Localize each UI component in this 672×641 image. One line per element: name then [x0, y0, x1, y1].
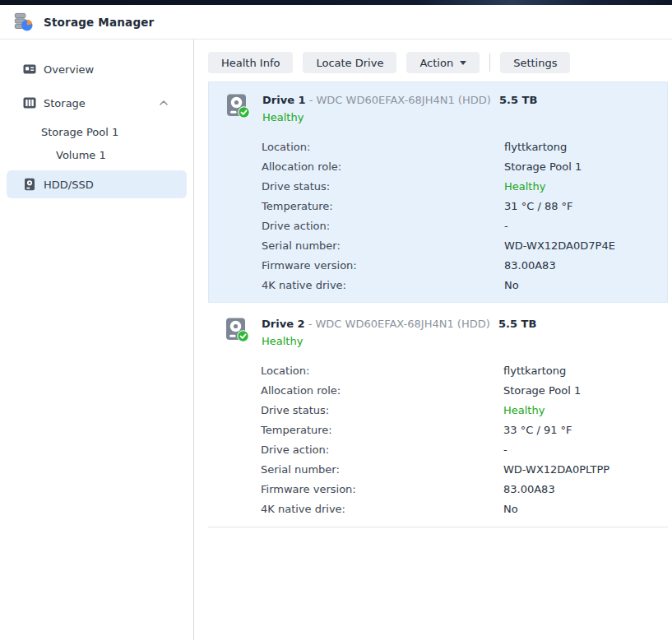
- detail-value: Storage Pool 1: [503, 384, 581, 397]
- detail-row-4k-native: 4K native drive: No: [209, 275, 667, 295]
- locate-drive-label: Locate Drive: [316, 57, 383, 69]
- detail-value: -: [503, 444, 507, 456]
- detail-row-temperature: Temperature: 31 °C / 88 °F: [209, 196, 667, 216]
- locate-drive-button[interactable]: Locate Drive: [303, 52, 396, 73]
- detail-label: Firmware version:: [262, 259, 504, 272]
- drive-icon: [225, 93, 250, 126]
- drive-health-status: Healthy: [262, 109, 537, 126]
- detail-row-firmware-version: Firmware version: 83.00A83: [209, 255, 667, 275]
- drive-size: 5.5 TB: [499, 94, 537, 106]
- detail-label: Serial number:: [262, 239, 504, 252]
- detail-row-serial-number: Serial number: WD-WX12DA0D7P4E: [209, 235, 667, 255]
- storage-icon: [23, 96, 36, 109]
- caret-down-icon: [460, 61, 466, 65]
- detail-label: Location:: [261, 365, 503, 377]
- app-header: Storage Manager: [0, 5, 672, 39]
- toolbar-divider: [489, 53, 490, 72]
- detail-row-location: Location: flyttkartong: [209, 137, 667, 156]
- detail-label: 4K native drive:: [262, 279, 504, 291]
- detail-label: Temperature:: [262, 200, 504, 212]
- sidebar-item-label: Volume 1: [56, 149, 106, 161]
- drive-header: Drive 2 - WDC WD60EFAX-68JH4N1 (HDD) 5.5…: [208, 317, 668, 350]
- detail-row-4k-native: 4K native drive: No: [208, 499, 668, 518]
- detail-value: flyttkartong: [504, 141, 567, 153]
- drive-details: Location: flyttkartong Allocation role: …: [209, 137, 667, 295]
- drive-model: - WDC WD60EFAX-68JH4N1 (HDD): [309, 94, 491, 106]
- detail-row-serial-number: Serial number: WD-WX12DA0PLTPP: [208, 459, 668, 479]
- detail-label: Temperature:: [261, 424, 503, 436]
- detail-row-firmware-version: Firmware version: 83.00A83: [208, 479, 668, 499]
- detail-label: Drive action:: [262, 220, 504, 232]
- sidebar-item-label: Storage: [44, 97, 86, 109]
- detail-value: flyttkartong: [503, 365, 566, 377]
- storage-manager-icon: [12, 11, 34, 33]
- drive-panel-1[interactable]: Drive 1 - WDC WD60EFAX-68JH4N1 (HDD) 5.5…: [208, 81, 668, 303]
- drive-name: Drive 2: [262, 318, 305, 330]
- drive-health-status: Healthy: [262, 333, 536, 350]
- detail-row-location: Location: flyttkartong: [208, 360, 668, 380]
- detail-label: Location:: [262, 141, 504, 153]
- detail-label: 4K native drive:: [261, 503, 503, 515]
- detail-value: No: [504, 279, 519, 291]
- detail-row-temperature: Temperature: 33 °C / 91 °F: [208, 420, 668, 439]
- detail-row-allocation-role: Allocation role: Storage Pool 1: [208, 380, 668, 400]
- drive-details: Location: flyttkartong Allocation role: …: [208, 360, 668, 518]
- detail-value: 31 °C / 88 °F: [504, 200, 573, 212]
- detail-row-drive-action: Drive action: -: [208, 439, 668, 459]
- detail-label: Serial number:: [261, 463, 503, 476]
- detail-row-drive-status: Drive status: Healthy: [209, 176, 667, 196]
- detail-value: WD-WX12DA0D7P4E: [504, 239, 615, 252]
- action-button[interactable]: Action: [406, 52, 480, 73]
- detail-value: WD-WX12DA0PLTPP: [503, 463, 609, 476]
- sidebar-item-hdd-ssd[interactable]: HDD/SSD: [7, 170, 187, 198]
- detail-row-drive-action: Drive action: -: [209, 216, 667, 235]
- sidebar-item-label: HDD/SSD: [44, 179, 94, 191]
- hdd-ssd-icon: [23, 178, 36, 191]
- drive-model: - WDC WD60EFAX-68JH4N1 (HDD): [308, 318, 490, 330]
- sidebar-item-storage-pool-1[interactable]: Storage Pool 1: [0, 122, 193, 142]
- detail-label: Allocation role:: [262, 160, 504, 173]
- main-content: Health Info Locate Drive Action Settings: [194, 39, 672, 640]
- toolbar: Health Info Locate Drive Action Settings: [208, 52, 672, 73]
- detail-value: 83.00A83: [504, 259, 556, 272]
- detail-row-allocation-role: Allocation role: Storage Pool 1: [209, 156, 667, 176]
- drive-icon: [224, 317, 249, 350]
- detail-value: Storage Pool 1: [504, 160, 582, 173]
- detail-label: Drive status:: [261, 404, 503, 416]
- detail-row-drive-status: Drive status: Healthy: [208, 400, 668, 420]
- detail-label: Drive action:: [261, 444, 503, 456]
- detail-value: Healthy: [504, 180, 545, 193]
- page-title: Storage Manager: [44, 16, 154, 29]
- sidebar-item-label: Storage Pool 1: [41, 126, 118, 138]
- detail-value: -: [504, 220, 508, 232]
- drive-header: Drive 1 - WDC WD60EFAX-68JH4N1 (HDD) 5.5…: [209, 93, 667, 126]
- sidebar-item-storage[interactable]: Storage: [0, 92, 193, 114]
- sidebar-item-volume-1[interactable]: Volume 1: [0, 145, 193, 165]
- settings-button[interactable]: Settings: [500, 52, 570, 73]
- detail-label: Drive status:: [262, 180, 504, 193]
- drive-panel-2[interactable]: Drive 2 - WDC WD60EFAX-68JH4N1 (HDD) 5.5…: [208, 305, 668, 527]
- detail-value: No: [503, 503, 518, 515]
- drive-size: 5.5 TB: [498, 318, 536, 330]
- overview-icon: [23, 63, 36, 76]
- health-info-button[interactable]: Health Info: [208, 52, 293, 73]
- action-label: Action: [419, 57, 453, 69]
- detail-label: Firmware version:: [261, 483, 503, 495]
- storage-manager-window: Storage Manager Overview: [0, 0, 672, 641]
- detail-value: Healthy: [503, 404, 545, 416]
- chevron-up-icon[interactable]: [159, 100, 169, 106]
- detail-label: Allocation role:: [261, 384, 503, 397]
- drive-name: Drive 1: [262, 94, 306, 106]
- detail-value: 83.00A83: [503, 483, 555, 495]
- sidebar-item-label: Overview: [44, 63, 94, 76]
- detail-value: 33 °C / 91 °F: [503, 424, 572, 436]
- sidebar: Overview Storage: [0, 39, 194, 640]
- sidebar-item-overview[interactable]: Overview: [0, 58, 193, 80]
